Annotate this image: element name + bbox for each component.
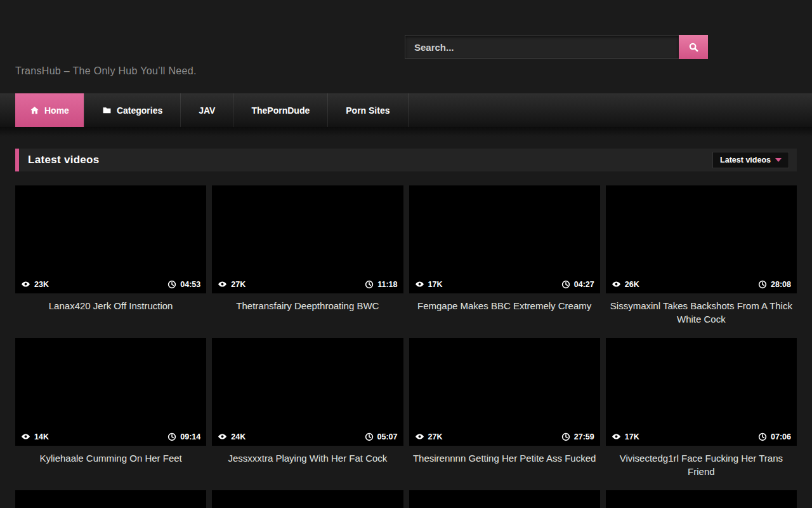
video-thumbnail[interactable] [212,490,403,508]
eye-icon [415,432,424,441]
search-input[interactable] [405,35,679,59]
main-content: Latest videos Latest videos 23K [0,149,812,508]
video-duration: 07:06 [758,432,791,441]
video-title[interactable]: Thesirennnn Getting Her Petite Ass Fucke… [409,451,600,465]
video-thumbnail[interactable] [606,490,797,508]
thumbnail-overlay: 17K 04:27 [409,275,600,293]
video-card-partial[interactable] [212,490,403,508]
video-card[interactable]: 17K 04:27 Femgape Makes BBC Extremely Cr… [409,185,600,338]
clock-icon [758,432,767,441]
main-nav: Home Categories JAV ThePornDude Porn Sit… [0,93,812,127]
video-thumbnail[interactable]: 27K 27:59 [409,338,600,446]
nav-item-label: Home [44,105,69,116]
site-tagline: TransHub – The Only Hub You’ll Need. [15,65,197,77]
video-card-partial[interactable] [606,490,797,508]
sort-dropdown-label: Latest videos [720,156,771,164]
nav-item-theporndude[interactable]: ThePornDude [233,93,327,127]
video-title[interactable]: Sissymaxinl Takes Backshots From A Thick… [606,299,797,326]
site-header: TransHub – The Only Hub You’ll Need. [0,0,812,93]
video-title[interactable]: Jessxxxtra Playing With Her Fat Cock [212,451,403,465]
video-title[interactable]: Vivisectedg1rl Face Fucking Her Trans Fr… [606,451,797,478]
thumbnail-overlay: 27K 11:18 [212,275,403,293]
video-thumbnail[interactable]: 26K 28:08 [606,185,797,293]
video-card[interactable]: 24K 05:07 Jessxxxtra Playing With Her Fa… [212,338,403,490]
video-duration: 11:18 [365,280,397,289]
video-thumbnail[interactable]: 17K 04:27 [409,185,600,293]
view-count: 26K [612,279,639,289]
video-grid: 23K 04:53 Lanax420 Jerk Off Instruction [15,185,797,508]
video-card[interactable]: 26K 28:08 Sissymaxinl Takes Backshots Fr… [606,185,797,338]
eye-icon [218,432,227,441]
video-card[interactable]: 23K 04:53 Lanax420 Jerk Off Instruction [15,185,206,338]
thumbnail-overlay: 27K 27:59 [409,427,600,446]
clock-icon [561,432,570,441]
section-title: Latest videos [19,154,100,166]
sort-dropdown-button[interactable]: Latest videos [712,152,789,168]
nav-item-label: Categories [117,105,162,116]
view-count: 23K [21,279,49,289]
folder-icon [102,105,112,115]
nav-item-label: Porn Sites [346,105,390,116]
thumbnail-overlay: 17K 07:06 [606,427,797,446]
view-count: 27K [218,279,246,289]
video-thumbnail[interactable] [15,490,206,508]
clock-icon [167,280,176,289]
section-header: Latest videos Latest videos [15,149,797,171]
view-count: 14K [21,432,49,441]
eye-icon [21,279,30,289]
clock-icon [365,280,374,289]
thumbnail-overlay: 23K 04:53 [15,275,206,293]
video-title[interactable]: Femgape Makes BBC Extremely Creamy [409,299,600,312]
home-icon [30,105,39,115]
video-thumbnail[interactable] [409,490,600,508]
clock-icon [167,432,176,441]
nav-item-home[interactable]: Home [15,93,84,127]
nav-item-label: ThePornDude [251,105,310,116]
eye-icon [218,279,227,289]
search-bar [405,35,708,59]
video-card[interactable]: 27K 27:59 Thesirennnn Getting Her Petite… [409,338,600,490]
video-thumbnail[interactable]: 24K 05:07 [212,338,403,446]
search-button[interactable] [679,35,708,59]
thumbnail-overlay: 26K 28:08 [606,275,797,293]
video-duration: 04:53 [167,280,200,289]
eye-icon [21,432,30,441]
view-count: 17K [612,432,639,441]
video-thumbnail[interactable]: 23K 04:53 [15,185,206,293]
thumbnail-overlay: 14K 09:14 [15,427,206,446]
nav-item-porn-sites[interactable]: Porn Sites [327,93,408,127]
nav-items: Home Categories JAV ThePornDude Porn Sit… [15,93,812,127]
video-duration: 04:27 [561,280,594,289]
nav-item-jav[interactable]: JAV [180,93,233,127]
eye-icon [415,279,424,289]
video-thumbnail[interactable]: 27K 11:18 [212,185,403,293]
video-duration: 09:14 [167,432,200,441]
eye-icon [612,279,621,289]
video-thumbnail[interactable]: 17K 07:06 [606,338,797,446]
clock-icon [561,280,570,289]
video-duration: 05:07 [365,432,398,441]
video-title[interactable]: Kyliehaale Cumming On Her Feet [15,451,206,465]
video-card[interactable]: 27K 11:18 Thetransfairy Deepthroating BW… [212,185,403,338]
clock-icon [365,432,374,441]
video-duration: 28:08 [758,280,791,289]
view-count: 27K [415,432,443,441]
video-thumbnail[interactable]: 14K 09:14 [15,338,206,446]
video-title[interactable]: Thetransfairy Deepthroating BWC [212,299,403,312]
search-icon [688,42,699,53]
video-card-partial[interactable] [15,490,206,508]
video-title[interactable]: Lanax420 Jerk Off Instruction [15,299,206,312]
view-count: 24K [218,432,246,441]
nav-item-label: JAV [199,105,215,116]
clock-icon [758,280,767,289]
thumbnail-overlay: 24K 05:07 [212,427,403,446]
video-card[interactable]: 17K 07:06 Vivisectedg1rl Face Fucking He… [606,338,797,490]
chevron-down-icon [775,158,782,162]
video-duration: 27:59 [561,432,594,441]
view-count: 17K [415,279,443,289]
eye-icon [612,432,621,441]
video-card[interactable]: 14K 09:14 Kyliehaale Cumming On Her Feet [15,338,206,490]
video-card-partial[interactable] [409,490,600,508]
nav-item-categories[interactable]: Categories [84,93,180,127]
